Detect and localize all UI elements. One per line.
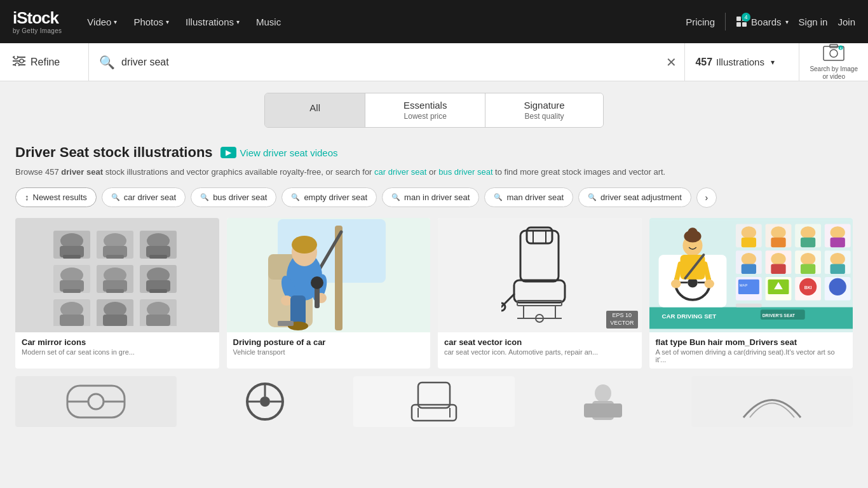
chip-man-driver[interactable]: 🔍 man driver seat bbox=[484, 187, 573, 207]
svg-rect-106 bbox=[800, 238, 815, 248]
chips-next-button[interactable]: › bbox=[696, 187, 717, 208]
image-thumb-1 bbox=[15, 218, 219, 332]
svg-rect-118 bbox=[800, 264, 815, 274]
svg-text:BKI: BKI bbox=[804, 285, 811, 290]
svg-rect-38 bbox=[149, 289, 167, 293]
description: Browse 457 driver seat stock illustratio… bbox=[15, 166, 853, 179]
view-videos-link[interactable]: ▶ View driver seat videos bbox=[220, 147, 338, 158]
chip-car-label: car driver seat bbox=[124, 193, 176, 202]
boards-button[interactable]: 4 Boards ▾ bbox=[736, 16, 789, 27]
chip-newest-label: Newest results bbox=[33, 193, 87, 202]
signin-link[interactable]: Sign in bbox=[799, 17, 828, 27]
nav-video[interactable]: Video ▾ bbox=[79, 11, 125, 32]
chevron-down-icon: ▾ bbox=[114, 18, 117, 25]
svg-point-132 bbox=[829, 278, 846, 295]
tab-essentials[interactable]: Essentials Lowest price bbox=[365, 93, 485, 127]
tab-essentials-sub: Lowest price bbox=[403, 112, 447, 121]
nav-music[interactable]: Music bbox=[248, 11, 288, 32]
bottom-thumb-5[interactable] bbox=[691, 376, 853, 427]
image-subtitle-1: Modern set of car seat icons in gre... bbox=[22, 348, 213, 356]
boards-icon: 4 bbox=[736, 16, 747, 27]
image-title-3: car seat vector icon bbox=[444, 337, 635, 347]
svg-text:DRIVER'S SEAT: DRIVER'S SEAT bbox=[762, 313, 795, 318]
search-type-label: Illustrations bbox=[716, 57, 764, 67]
bottom-thumbnails-row bbox=[15, 376, 853, 440]
svg-rect-133 bbox=[735, 304, 761, 308]
chip-bus-driver[interactable]: 🔍 bus driver seat bbox=[191, 187, 276, 207]
tab-all[interactable]: All bbox=[265, 93, 365, 127]
refine-button[interactable]: Refine bbox=[0, 43, 89, 81]
chip-car-driver[interactable]: 🔍 car driver seat bbox=[102, 187, 186, 207]
image-card-4[interactable]: CAR DRIVING SET DRIVER'S SEAT bbox=[649, 218, 853, 369]
clear-search-button[interactable]: ✕ bbox=[658, 43, 685, 81]
page-title: Driver Seat stock illustrations bbox=[15, 144, 213, 161]
svg-rect-3 bbox=[742, 22, 747, 27]
svg-point-99 bbox=[741, 226, 756, 238]
svg-rect-18 bbox=[63, 255, 81, 259]
svg-text:4: 4 bbox=[840, 46, 842, 50]
svg-rect-0 bbox=[736, 17, 741, 21]
tab-signature[interactable]: Signature Best quality bbox=[485, 93, 602, 127]
bottom-thumb-1[interactable] bbox=[15, 376, 177, 427]
svg-point-117 bbox=[800, 253, 815, 265]
join-link[interactable]: Join bbox=[837, 17, 855, 27]
boards-badge: 4 bbox=[742, 13, 750, 22]
tab-essentials-label: Essentials bbox=[403, 100, 447, 111]
chevron-down-icon: ▾ bbox=[236, 18, 240, 25]
svg-point-62 bbox=[311, 276, 323, 289]
svg-point-111 bbox=[741, 253, 756, 265]
svg-rect-65 bbox=[278, 321, 294, 326]
search-icon: 🔍 bbox=[494, 193, 503, 201]
image-subtitle-2: Vehicle transport bbox=[233, 348, 424, 356]
nav-illustrations[interactable]: Illustrations ▾ bbox=[178, 11, 247, 32]
navigation: iStock by Getty Images Video ▾ Photos ▾ … bbox=[0, 0, 868, 43]
image-card-2[interactable]: Driving posture of a car Vehicle transpo… bbox=[227, 218, 431, 369]
image-info-1: Car mirror icons Modern set of car seat … bbox=[15, 332, 219, 361]
svg-point-8 bbox=[20, 59, 24, 63]
chip-adjustment[interactable]: 🔍 driver seat adjustment bbox=[578, 187, 691, 207]
image-subtitle-3: car seat vector icon. Automotive parts, … bbox=[444, 348, 635, 356]
svg-rect-22 bbox=[106, 255, 124, 259]
image-card-1[interactable]: Car mirror icons Modern set of car seat … bbox=[15, 218, 219, 369]
svg-rect-2 bbox=[736, 22, 741, 27]
nav-right: Pricing 4 Boards ▾ Sign in Join bbox=[686, 13, 855, 30]
search-by-image-label: Search by Imageor video bbox=[810, 65, 858, 81]
svg-rect-30 bbox=[63, 289, 81, 293]
svg-rect-34 bbox=[106, 289, 124, 293]
view-videos-label: View driver seat videos bbox=[240, 147, 338, 158]
svg-rect-100 bbox=[741, 238, 756, 248]
nav-items: Video ▾ Photos ▾ Illustrations ▾ Music bbox=[79, 11, 686, 32]
image-info-2: Driving posture of a car Vehicle transpo… bbox=[227, 332, 431, 361]
svg-rect-112 bbox=[741, 264, 756, 274]
svg-rect-103 bbox=[771, 238, 785, 248]
svg-rect-109 bbox=[830, 238, 844, 248]
svg-point-105 bbox=[800, 226, 815, 238]
pricing-link[interactable]: Pricing bbox=[686, 17, 715, 27]
main-content: Driver Seat stock illustrations ▶ View d… bbox=[0, 134, 868, 440]
refine-label: Refine bbox=[31, 57, 60, 68]
image-info-4: flat type Bun hair mom_Drivers seat A se… bbox=[649, 332, 853, 369]
image-info-3: car seat vector icon car seat vector ico… bbox=[438, 332, 642, 361]
logo[interactable]: iStock by Getty Images bbox=[13, 9, 62, 34]
bottom-thumb-4[interactable] bbox=[522, 376, 684, 427]
search-by-image-button[interactable]: 4 Search by Imageor video bbox=[799, 43, 868, 81]
nav-divider bbox=[725, 13, 726, 30]
chip-empty-label: empty driver seat bbox=[304, 193, 367, 202]
search-icon: 🔍 bbox=[111, 193, 120, 201]
tab-signature-label: Signature bbox=[524, 100, 564, 111]
tabs: All Essentials Lowest price Signature Be… bbox=[264, 93, 603, 128]
bottom-thumb-2[interactable] bbox=[184, 376, 346, 427]
svg-line-71 bbox=[501, 294, 514, 307]
image-title-1: Car mirror icons bbox=[22, 337, 213, 347]
sort-icon: ↕ bbox=[25, 193, 29, 202]
chip-newest[interactable]: ↕ Newest results bbox=[15, 187, 97, 207]
bottom-thumb-3[interactable] bbox=[353, 376, 515, 427]
search-input[interactable] bbox=[121, 57, 648, 68]
search-type-selector[interactable]: 457 Illustrations ▾ bbox=[685, 43, 799, 81]
nav-photos[interactable]: Photos ▾ bbox=[126, 11, 177, 32]
svg-point-141 bbox=[260, 396, 270, 407]
chip-man-in-driver[interactable]: 🔍 man in driver seat bbox=[382, 187, 479, 207]
image-card-3[interactable]: EPS 10VECTOR car seat vector icon car se… bbox=[438, 218, 642, 369]
image-thumb-2 bbox=[227, 218, 431, 332]
chip-empty-driver[interactable]: 🔍 empty driver seat bbox=[281, 187, 377, 207]
